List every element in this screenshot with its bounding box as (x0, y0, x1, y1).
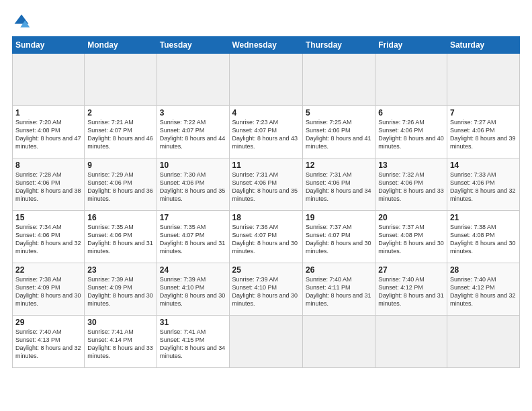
day-number: 14 (450, 161, 517, 170)
cell-info: Sunrise: 7:35 AMSunset: 4:07 PMDaylight:… (160, 224, 226, 255)
day-number: 6 (378, 108, 444, 118)
calendar-cell: 4Sunrise: 7:23 AMSunset: 4:07 PMDaylight… (229, 106, 302, 158)
day-number: 19 (306, 213, 372, 222)
calendar-week-1: 1Sunrise: 7:20 AMSunset: 4:08 PMDaylight… (13, 106, 520, 158)
calendar-cell (85, 54, 157, 106)
cell-info: Sunrise: 7:23 AMSunset: 4:07 PMDaylight:… (232, 119, 298, 150)
day-header-tuesday: Tuesday (157, 37, 229, 54)
cell-info: Sunrise: 7:37 AMSunset: 4:07 PMDaylight:… (306, 224, 371, 255)
cell-info: Sunrise: 7:38 AMSunset: 4:09 PMDaylight:… (15, 276, 81, 307)
logo (12, 12, 34, 31)
cell-info: Sunrise: 7:36 AMSunset: 4:07 PMDaylight:… (232, 224, 298, 255)
calendar-cell: 5Sunrise: 7:25 AMSunset: 4:06 PMDaylight… (302, 106, 375, 158)
cell-info: Sunrise: 7:41 AMSunset: 4:15 PMDaylight:… (160, 328, 226, 359)
day-number: 7 (450, 108, 517, 118)
calendar-cell: 29Sunrise: 7:40 AMSunset: 4:13 PMDayligh… (13, 316, 85, 368)
calendar-cell (447, 54, 519, 106)
calendar-week-2: 8Sunrise: 7:28 AMSunset: 4:06 PMDaylight… (13, 158, 520, 211)
calendar-cell: 6Sunrise: 7:26 AMSunset: 4:06 PMDaylight… (375, 106, 447, 158)
calendar-cell: 23Sunrise: 7:39 AMSunset: 4:09 PMDayligh… (85, 263, 157, 316)
day-number: 26 (306, 265, 372, 275)
calendar-cell: 12Sunrise: 7:31 AMSunset: 4:06 PMDayligh… (302, 158, 375, 211)
day-number: 8 (15, 161, 81, 170)
header (12, 12, 520, 31)
cell-info: Sunrise: 7:29 AMSunset: 4:06 PMDaylight:… (87, 171, 153, 202)
cell-info: Sunrise: 7:31 AMSunset: 4:06 PMDaylight:… (232, 171, 298, 202)
day-number: 13 (378, 161, 444, 170)
calendar-week-0 (13, 54, 520, 106)
calendar-cell: 15Sunrise: 7:34 AMSunset: 4:06 PMDayligh… (13, 211, 85, 263)
day-number: 4 (232, 108, 300, 118)
calendar-cell (447, 316, 519, 368)
calendar-cell (302, 54, 375, 106)
calendar-cell: 1Sunrise: 7:20 AMSunset: 4:08 PMDaylight… (13, 106, 85, 158)
cell-info: Sunrise: 7:37 AMSunset: 4:08 PMDaylight:… (378, 224, 444, 255)
day-number: 11 (232, 161, 300, 170)
calendar-cell: 2Sunrise: 7:21 AMSunset: 4:07 PMDaylight… (85, 106, 157, 158)
day-number: 29 (15, 318, 81, 327)
cell-info: Sunrise: 7:26 AMSunset: 4:06 PMDaylight:… (378, 119, 444, 150)
day-number: 10 (160, 161, 226, 170)
calendar-body: 1Sunrise: 7:20 AMSunset: 4:08 PMDaylight… (13, 54, 520, 368)
calendar-cell (229, 316, 302, 368)
calendar-cell: 27Sunrise: 7:40 AMSunset: 4:12 PMDayligh… (375, 263, 447, 316)
calendar-cell: 20Sunrise: 7:37 AMSunset: 4:08 PMDayligh… (375, 211, 447, 263)
day-number: 18 (232, 213, 300, 222)
day-number: 30 (87, 318, 153, 327)
day-number: 5 (306, 108, 372, 118)
cell-info: Sunrise: 7:27 AMSunset: 4:06 PMDaylight:… (450, 119, 516, 150)
cell-info: Sunrise: 7:28 AMSunset: 4:06 PMDaylight:… (15, 171, 81, 202)
cell-info: Sunrise: 7:22 AMSunset: 4:07 PMDaylight:… (160, 119, 226, 150)
day-header-saturday: Saturday (447, 37, 519, 54)
calendar-cell (229, 54, 302, 106)
day-number: 21 (450, 213, 517, 222)
day-header-monday: Monday (85, 37, 157, 54)
calendar-cell: 18Sunrise: 7:36 AMSunset: 4:07 PMDayligh… (229, 211, 302, 263)
cell-info: Sunrise: 7:40 AMSunset: 4:12 PMDaylight:… (378, 276, 444, 307)
day-number: 24 (160, 265, 226, 275)
calendar-cell: 8Sunrise: 7:28 AMSunset: 4:06 PMDaylight… (13, 158, 85, 211)
cell-info: Sunrise: 7:38 AMSunset: 4:08 PMDaylight:… (450, 224, 516, 255)
day-header-wednesday: Wednesday (229, 37, 302, 54)
cell-info: Sunrise: 7:35 AMSunset: 4:06 PMDaylight:… (87, 224, 153, 255)
cell-info: Sunrise: 7:40 AMSunset: 4:12 PMDaylight:… (450, 276, 516, 307)
cell-info: Sunrise: 7:21 AMSunset: 4:07 PMDaylight:… (87, 119, 153, 150)
day-number: 25 (232, 265, 300, 275)
calendar-header: SundayMondayTuesdayWednesdayThursdayFrid… (13, 37, 520, 54)
cell-info: Sunrise: 7:20 AMSunset: 4:08 PMDaylight:… (15, 119, 81, 150)
calendar-cell: 13Sunrise: 7:32 AMSunset: 4:06 PMDayligh… (375, 158, 447, 211)
calendar-cell (302, 316, 375, 368)
cell-info: Sunrise: 7:32 AMSunset: 4:06 PMDaylight:… (378, 171, 444, 202)
day-number: 31 (160, 318, 226, 327)
calendar-cell: 30Sunrise: 7:41 AMSunset: 4:14 PMDayligh… (85, 316, 157, 368)
calendar-cell (375, 316, 447, 368)
cell-info: Sunrise: 7:33 AMSunset: 4:06 PMDaylight:… (450, 171, 516, 202)
cell-info: Sunrise: 7:39 AMSunset: 4:10 PMDaylight:… (160, 276, 226, 307)
calendar-cell: 11Sunrise: 7:31 AMSunset: 4:06 PMDayligh… (229, 158, 302, 211)
cell-info: Sunrise: 7:39 AMSunset: 4:09 PMDaylight:… (87, 276, 153, 307)
calendar-cell: 28Sunrise: 7:40 AMSunset: 4:12 PMDayligh… (447, 263, 519, 316)
calendar-cell: 3Sunrise: 7:22 AMSunset: 4:07 PMDaylight… (157, 106, 229, 158)
calendar-cell (375, 54, 447, 106)
header-row: SundayMondayTuesdayWednesdayThursdayFrid… (13, 37, 520, 54)
calendar-cell: 21Sunrise: 7:38 AMSunset: 4:08 PMDayligh… (447, 211, 519, 263)
calendar-cell: 25Sunrise: 7:39 AMSunset: 4:10 PMDayligh… (229, 263, 302, 316)
cell-info: Sunrise: 7:41 AMSunset: 4:14 PMDaylight:… (87, 328, 153, 359)
calendar-cell (13, 54, 85, 106)
day-number: 28 (450, 265, 517, 275)
cell-info: Sunrise: 7:30 AMSunset: 4:06 PMDaylight:… (160, 171, 226, 202)
day-number: 20 (378, 213, 444, 222)
calendar-week-3: 15Sunrise: 7:34 AMSunset: 4:06 PMDayligh… (13, 211, 520, 263)
calendar-cell: 17Sunrise: 7:35 AMSunset: 4:07 PMDayligh… (157, 211, 229, 263)
cell-info: Sunrise: 7:40 AMSunset: 4:13 PMDaylight:… (15, 328, 81, 359)
cell-info: Sunrise: 7:31 AMSunset: 4:06 PMDaylight:… (306, 171, 371, 202)
cell-info: Sunrise: 7:39 AMSunset: 4:10 PMDaylight:… (232, 276, 298, 307)
day-number: 23 (87, 265, 153, 275)
calendar-cell: 10Sunrise: 7:30 AMSunset: 4:06 PMDayligh… (157, 158, 229, 211)
calendar-cell: 24Sunrise: 7:39 AMSunset: 4:10 PMDayligh… (157, 263, 229, 316)
day-number: 3 (160, 108, 226, 118)
calendar-cell: 9Sunrise: 7:29 AMSunset: 4:06 PMDaylight… (85, 158, 157, 211)
day-number: 22 (15, 265, 81, 275)
calendar-cell: 19Sunrise: 7:37 AMSunset: 4:07 PMDayligh… (302, 211, 375, 263)
day-number: 27 (378, 265, 444, 275)
